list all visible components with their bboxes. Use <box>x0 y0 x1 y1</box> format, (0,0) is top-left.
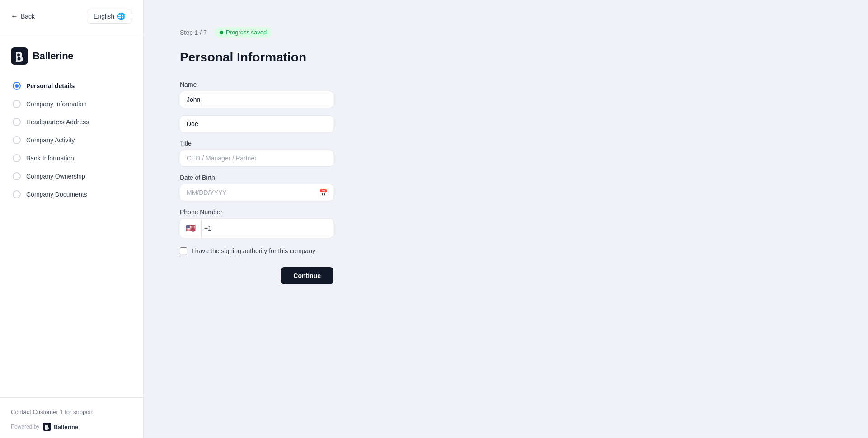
sidebar: ← Back English 🌐 Ballerine Personal deta… <box>0 0 144 438</box>
globe-icon: 🌐 <box>117 12 126 20</box>
nav-dot-hq <box>13 118 21 126</box>
phone-group: Phone Number 🇺🇸 +1 <box>180 208 333 238</box>
sidebar-item-label: Company Documents <box>26 191 87 198</box>
continue-button[interactable]: Continue <box>281 267 333 284</box>
signing-authority-row: I have the signing authority for this co… <box>180 247 333 254</box>
sidebar-item-label: Bank Information <box>26 155 74 162</box>
phone-label: Phone Number <box>180 208 333 216</box>
nav-dot-bank <box>13 154 21 162</box>
personal-info-form: Name Title Date of Birth 📅 Phone Number … <box>180 81 333 284</box>
ballerine-logo-icon <box>11 47 28 65</box>
dob-input[interactable] <box>180 184 333 201</box>
main-content: Step 1 / 7 Progress saved Personal Infor… <box>144 0 868 438</box>
dob-group: Date of Birth 📅 <box>180 174 333 201</box>
sidebar-item-label: Company Ownership <box>26 173 85 180</box>
powered-ballerine-icon <box>43 423 51 431</box>
step-label: Step 1 / 7 <box>180 29 207 36</box>
sidebar-item-label: Personal details <box>26 82 75 89</box>
title-input[interactable] <box>180 150 333 167</box>
powered-by-label: Powered by <box>11 424 39 430</box>
lang-label: English <box>94 13 114 20</box>
name-label: Name <box>180 81 333 88</box>
sidebar-item-headquarters-address[interactable]: Headquarters Address <box>7 113 136 131</box>
logo-text: Ballerine <box>33 50 73 62</box>
dob-label: Date of Birth <box>180 174 333 181</box>
nav-dot-docs <box>13 190 21 198</box>
svg-point-1 <box>17 54 20 57</box>
back-button[interactable]: ← Back <box>11 12 35 20</box>
phone-flag-selector[interactable]: 🇺🇸 <box>180 219 202 238</box>
sidebar-header: ← Back English 🌐 <box>0 0 143 33</box>
sidebar-item-personal-details[interactable]: Personal details <box>7 77 136 94</box>
phone-number-input[interactable] <box>214 220 333 236</box>
signing-authority-label: I have the signing authority for this co… <box>192 247 315 254</box>
title-label: Title <box>180 140 333 147</box>
sidebar-item-label: Company Information <box>26 100 87 108</box>
support-text: Contact Customer 1 for support <box>11 409 132 415</box>
phone-code: +1 <box>202 220 214 236</box>
svg-point-2 <box>18 57 21 61</box>
back-label: Back <box>21 13 35 20</box>
nav-list: Personal details Company Information Hea… <box>0 77 143 397</box>
sidebar-item-company-ownership[interactable]: Company Ownership <box>7 168 136 185</box>
title-group: Title <box>180 140 333 167</box>
logo-area: Ballerine <box>0 33 143 77</box>
powered-by: Powered by Ballerine <box>11 423 132 431</box>
page-title: Personal Information <box>180 50 832 65</box>
progress-badge: Progress saved <box>214 27 272 38</box>
phone-input-wrapper: 🇺🇸 +1 <box>180 218 333 238</box>
back-arrow-icon: ← <box>11 12 18 20</box>
sidebar-item-company-activity[interactable]: Company Activity <box>7 132 136 149</box>
date-input-wrapper: 📅 <box>180 184 333 201</box>
flag-icon: 🇺🇸 <box>186 223 196 233</box>
last-name-input[interactable] <box>180 115 333 132</box>
nav-dot-ownership <box>13 172 21 180</box>
first-name-input[interactable] <box>180 91 333 108</box>
last-name-group <box>180 115 333 132</box>
nav-dot-company-info <box>13 100 21 108</box>
progress-dot-icon <box>220 31 223 34</box>
sidebar-item-bank-information[interactable]: Bank Information <box>7 150 136 167</box>
sidebar-item-company-documents[interactable]: Company Documents <box>7 186 136 203</box>
name-group: Name <box>180 81 333 108</box>
sidebar-item-company-information[interactable]: Company Information <box>7 95 136 113</box>
powered-logo: Ballerine <box>43 423 78 431</box>
step-header: Step 1 / 7 Progress saved <box>180 27 832 38</box>
signing-authority-checkbox[interactable] <box>180 247 187 254</box>
language-button[interactable]: English 🌐 <box>87 9 132 24</box>
powered-brand-text: Ballerine <box>53 424 78 430</box>
progress-badge-text: Progress saved <box>226 29 267 36</box>
nav-dot-personal <box>13 82 21 90</box>
sidebar-item-label: Company Activity <box>26 137 75 144</box>
sidebar-footer: Contact Customer 1 for support Powered b… <box>0 397 143 438</box>
nav-dot-activity <box>13 136 21 144</box>
sidebar-item-label: Headquarters Address <box>26 118 89 126</box>
